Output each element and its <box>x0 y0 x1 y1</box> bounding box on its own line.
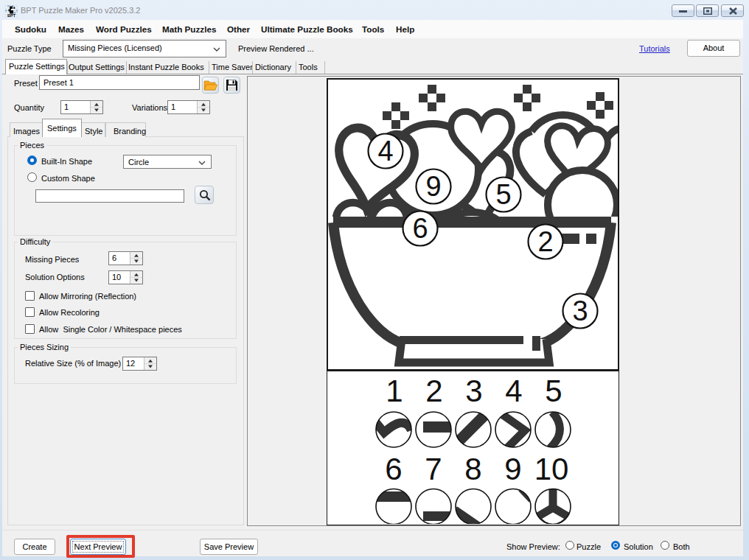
svg-text:BPT: BPT <box>7 13 16 18</box>
svg-text:9: 9 <box>504 452 521 486</box>
svg-text:9: 9 <box>425 171 441 202</box>
svg-text:3: 3 <box>572 295 588 326</box>
svg-text:2: 2 <box>537 226 553 257</box>
svg-text:3: 3 <box>465 374 482 408</box>
svg-text:5: 5 <box>545 374 562 408</box>
svg-text:6: 6 <box>412 213 428 244</box>
svg-text:10: 10 <box>534 452 569 486</box>
svg-text:4: 4 <box>505 374 522 408</box>
svg-text:4: 4 <box>377 136 393 167</box>
svg-text:7: 7 <box>425 452 442 486</box>
svg-text:8: 8 <box>464 452 481 486</box>
svg-text:5: 5 <box>495 179 511 210</box>
svg-text:1: 1 <box>386 374 403 408</box>
svg-text:2: 2 <box>425 374 442 408</box>
svg-text:6: 6 <box>385 452 402 486</box>
